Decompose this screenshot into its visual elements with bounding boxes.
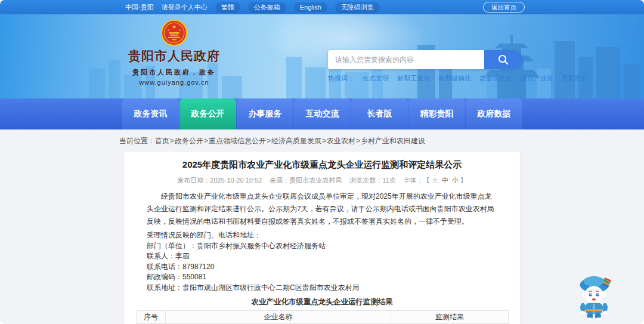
svg-text:★: ★ [167,29,169,32]
breadcrumb-separator: > [267,137,271,145]
hot-search-word[interactable]: 贵阳简介 [562,74,588,83]
nav-tab-政府数据[interactable]: 政府数据 [466,98,522,129]
search-input[interactable] [328,50,484,69]
font-size-option[interactable]: 中 [442,177,448,184]
publish-date: 发布日期：2025-10-20 10:52 [177,177,262,184]
search-button[interactable] [484,50,522,69]
breadcrumb-segment[interactable]: 首页 [155,137,169,145]
main-navigation-tabs: 政务资讯政务公开办事服务互动交流长者版精彩贵阳政府数据 [122,98,523,129]
article-card: 2025年度贵阳市农业产业化市级重点龙头企业运行监测和评定结果公示 发布日期：2… [123,151,521,324]
mascot-assistant[interactable] [571,270,618,322]
breadcrumb-label: 当前位置： [119,137,155,145]
hot-search-word[interactable]: 旅游产业化 [521,74,553,83]
topbar-link[interactable]: 繁體 [215,2,240,13]
hot-search-word[interactable]: 新型城镇化 [438,74,471,83]
nav-tab-精彩贵阳[interactable]: 精彩贵阳 [408,98,465,129]
contact-line: 联系电话：87987120 [147,262,497,273]
contact-line: 联系人：李霞 [147,251,497,262]
search-icon [497,53,510,66]
search-bar [328,50,522,69]
table-header-row: 序号企业名称监测结果 [137,311,509,324]
view-count: 浏览次数：11次 [349,177,395,184]
hot-search-words: 热搜词： 生态文明新型工业化新型城镇化农业现代化旅游产业化贵阳简介 [328,74,522,83]
topbar-link[interactable]: 中国·贵阳 [125,3,154,12]
font-size-options: 大中小 [430,177,460,184]
topbar-link[interactable]: 无障碍浏览 [335,2,380,13]
site-subtitle: 贵阳市人民政府．政务 [126,68,222,77]
content-area: 当前位置：首页>政务公开>重点领域信息公开>经济高质量发展>农业农村>乡村产业和… [0,129,644,324]
article-title: 2025年度贵阳市农业产业化市级重点龙头企业运行监测和评定结果公示 [136,159,508,171]
breadcrumb-segment[interactable]: 经济高质量发展 [271,137,321,145]
hot-search-label: 热搜词： [328,74,354,83]
breadcrumb: 当前位置：首页>政务公开>重点领域信息公开>经济高质量发展>农业农村>乡村产业和… [119,136,644,147]
table-header-cell: 序号 [137,311,166,324]
table-header-cell: 企业名称 [166,311,391,324]
contact-info-lines: 受理情况反映的部门、电话和地址：部门（单位）：贵阳市乡村振兴服务中心农村经济服务… [147,230,497,293]
site-title: 贵阳市人民政府 [126,48,222,64]
nav-tab-长者版[interactable]: 长者版 [351,98,408,129]
article-source: 来源：贵阳市农业农村局 [270,177,342,184]
font-size-option[interactable]: 小 [452,177,459,184]
monitoring-result-table: 序号企业名称监测结果 1贵州合力超市采购有限公司合格2贵州友禾种业有限公司合格3… [136,310,509,324]
nav-tab-政务公开[interactable]: 政务公开 [179,98,236,129]
hot-search-word[interactable]: 新型工业化 [397,74,430,83]
font-size-label: 字体：【 [404,177,430,184]
breadcrumb-segment[interactable]: 政务公开 [175,137,203,145]
breadcrumb-separator: > [322,137,326,145]
city-skyline-illustration [0,33,644,98]
nav-tab-办事服务[interactable]: 办事服务 [237,98,293,129]
site-url: www.guiyang.gov.cn [126,79,222,86]
contact-line: 邮政编码：550081 [147,272,497,283]
breadcrumb-segment[interactable]: 乡村产业和农田建设 [361,137,425,145]
hot-search-word[interactable]: 生态文明 [363,74,389,83]
breadcrumb-segment[interactable]: 农业农村 [327,137,355,145]
nav-tab-政务资讯[interactable]: 政务资讯 [122,98,179,129]
svg-text:★: ★ [178,29,181,32]
hot-search-word[interactable]: 农业现代化 [479,74,512,83]
table-caption: 农业产业化市级重点龙头企业运行监测结果 [136,297,508,307]
contact-line: 受理情况反映的部门、电话和地址： [147,230,497,241]
back-to-home-button[interactable]: 返回首页 [483,2,525,13]
topbar-links: 中国·贵阳请登录个人中心繁體公务邮箱English无障碍浏览 [125,0,380,14]
nav-tab-互动交流[interactable]: 互动交流 [294,98,351,129]
contact-line: 部门（单位）：贵阳市乡村振兴服务中心农村经济服务站 [147,241,497,252]
font-size-option[interactable]: 大 [432,177,438,184]
breadcrumb-path: 首页>政务公开>重点领域信息公开>经济高质量发展>农业农村>乡村产业和农田建设 [155,137,425,145]
table-header-cell: 监测结果 [391,311,509,324]
search-block: 热搜词： 生态文明新型工业化新型城镇化农业现代化旅游产业化贵阳简介 [328,50,522,83]
main-navigation: 政务资讯政务公开办事服务互动交流长者版精彩贵阳政府数据 [0,98,644,129]
breadcrumb-segment[interactable]: 重点领域信息公开 [209,137,266,145]
contact-line: 联系地址：贵阳市观山湖区市级行政中心二期C区贵阳市农业农村局 [147,283,497,294]
announcement-paragraph: 经贵阳市农业产业化市级重点龙头企业联席会议成员单位审定，现对2025年开展的农业… [147,190,497,228]
page: 中国·贵阳请登录个人中心繁體公务邮箱English无障碍浏览 返回首页 [0,0,644,324]
font-size-controls: 字体：【大中小】 [404,177,467,184]
national-emblem-icon: ★ ★ ★ [160,19,188,47]
article-body: 经贵阳市农业产业化市级重点龙头企业联席会议成员单位审定，现对2025年开展的农业… [136,190,508,293]
site-banner: ★ ★ ★ 贵阳市人民政府 贵阳市人民政府．政务 www.guiyang.gov… [0,14,644,98]
top-utility-bar: 中国·贵阳请登录个人中心繁體公务邮箱English无障碍浏览 返回首页 [0,0,644,14]
article-meta: 发布日期：2025-10-20 10:52 来源：贵阳市农业农村局 浏览次数：1… [136,176,508,185]
site-logo-block[interactable]: ★ ★ ★ 贵阳市人民政府 贵阳市人民政府．政务 www.guiyang.gov… [126,19,222,86]
topbar-link[interactable]: English [294,2,327,12]
topbar-link[interactable]: 公务邮箱 [248,2,286,13]
topbar-link[interactable]: 请登录个人中心 [162,3,208,12]
breadcrumb-separator: > [170,137,174,145]
breadcrumb-separator: > [204,137,208,145]
font-size-label-end: 】 [460,177,467,184]
breadcrumb-separator: > [356,137,360,145]
svg-text:★: ★ [172,24,177,30]
